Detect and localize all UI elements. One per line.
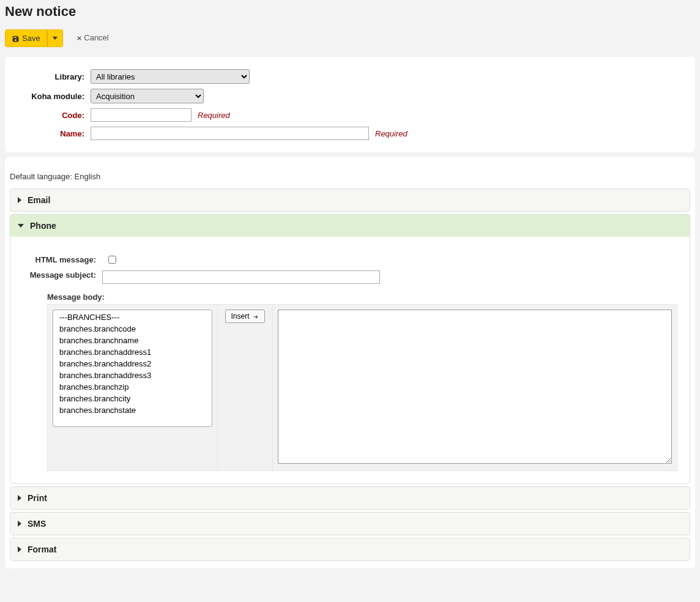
chevron-right-icon: [18, 495, 21, 501]
html-message-label: HTML message:: [23, 255, 102, 264]
section-format-header[interactable]: Format: [10, 538, 690, 560]
cancel-button-label: Cancel: [84, 33, 108, 42]
html-message-checkbox[interactable]: [108, 256, 116, 264]
code-input[interactable]: [91, 108, 192, 122]
section-sms-header[interactable]: SMS: [10, 513, 690, 535]
close-icon: [76, 33, 83, 42]
fields-column: ---BRANCHES---branches.branchcodebranche…: [48, 305, 218, 470]
section-phone-body: HTML message: Message subject: Message b…: [10, 237, 690, 483]
name-required: Required: [375, 129, 408, 138]
section-print-header[interactable]: Print: [10, 487, 690, 509]
section-print-title: Print: [28, 493, 47, 503]
body-label: Message body:: [47, 292, 677, 302]
save-button-label: Save: [22, 34, 40, 43]
save-icon: [12, 34, 20, 43]
chevron-right-icon: [18, 197, 21, 203]
module-select[interactable]: Acquisition: [91, 89, 204, 103]
section-format-title: Format: [28, 544, 56, 554]
insert-button[interactable]: Insert: [225, 310, 264, 323]
caret-down-icon: [53, 37, 58, 40]
cancel-button[interactable]: Cancel: [70, 29, 114, 46]
save-button[interactable]: Save: [5, 29, 47, 47]
section-email: Email: [10, 188, 690, 212]
section-email-title: Email: [28, 195, 50, 205]
body-textarea[interactable]: [278, 310, 672, 464]
section-email-header[interactable]: Email: [10, 189, 690, 211]
chevron-down-icon: [18, 224, 24, 228]
section-phone: Phone HTML message: Message subject: Mes…: [10, 214, 690, 484]
arrow-right-icon: [252, 312, 259, 321]
fields-list[interactable]: ---BRANCHES---branches.branchcodebranche…: [53, 310, 212, 427]
code-required: Required: [198, 111, 230, 120]
subject-input[interactable]: [102, 270, 380, 284]
page-title: New notice: [5, 0, 695, 20]
section-phone-title: Phone: [30, 221, 56, 231]
default-language: Default language: English: [10, 172, 690, 181]
section-sms: SMS: [10, 512, 690, 535]
editor-column: [273, 305, 677, 470]
body-grid: ---BRANCHES---branches.branchcodebranche…: [47, 304, 677, 471]
insert-button-label: Insert: [231, 312, 249, 321]
section-print: Print: [10, 486, 690, 510]
chevron-right-icon: [18, 546, 21, 552]
subject-label: Message subject:: [23, 270, 102, 280]
main-form-panel: Library: All libraries Koha module: Acqu…: [5, 57, 695, 152]
name-input[interactable]: [91, 127, 369, 140]
toolbar: Save Cancel: [5, 29, 695, 47]
module-label: Koha module:: [17, 92, 91, 101]
library-label: Library:: [17, 72, 91, 81]
save-dropdown-toggle[interactable]: [47, 29, 63, 47]
section-format: Format: [10, 538, 690, 561]
transports-panel: Default language: English Email Phone HT…: [5, 157, 695, 568]
insert-column: Insert: [218, 305, 273, 470]
name-label: Name:: [17, 129, 91, 138]
section-sms-title: SMS: [28, 519, 46, 529]
code-label: Code:: [17, 111, 91, 120]
library-select[interactable]: All libraries: [91, 69, 250, 84]
section-phone-header[interactable]: Phone: [10, 215, 690, 237]
chevron-right-icon: [18, 521, 21, 527]
